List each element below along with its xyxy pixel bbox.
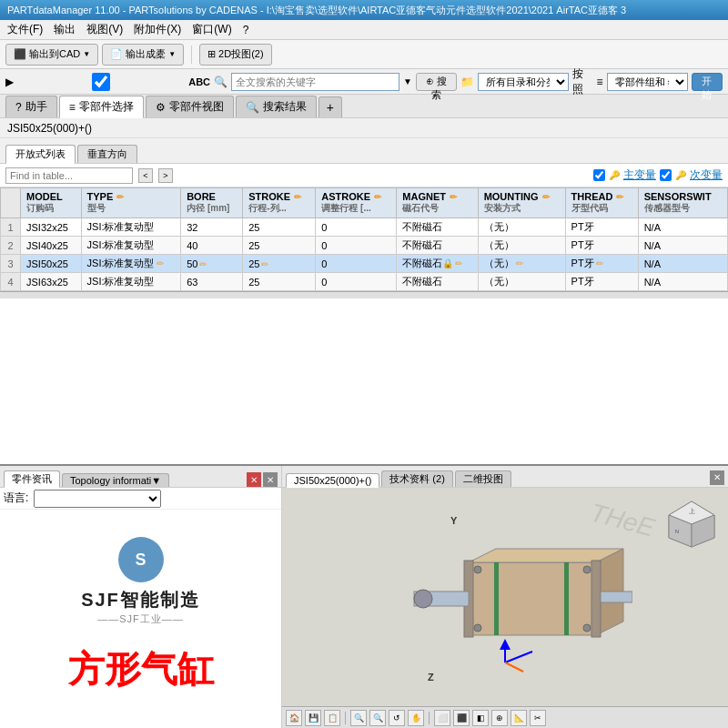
main-tabs: ? 助手 ≡ 零部件选择 ⚙ 零部件视图 🔍 搜索结果 + (0, 95, 728, 118)
view-2d-button[interactable]: ⊞ 2D投图(2) (199, 44, 272, 66)
search-checkbox[interactable] (17, 73, 185, 91)
export-parts-label: 输出成橐 (126, 47, 166, 61)
sub-tab-open-list[interactable]: 开放式列表 (5, 145, 76, 164)
lang-select[interactable] (34, 490, 161, 508)
sort-dropdown[interactable]: 零部件组和♯ (607, 73, 688, 91)
col-sensorswit[interactable]: SENSORSWIT 传感器型号 (638, 188, 727, 218)
svg-rect-4 (592, 561, 601, 637)
table-cell: 25 (243, 273, 316, 291)
menu-view[interactable]: 视图(V) (86, 22, 123, 37)
table-cell: 4 (1, 273, 21, 291)
search-settings-icon[interactable]: 🔍 (214, 76, 228, 88)
export-cad-button[interactable]: ⬛ 输出到CAD ▼ (5, 44, 98, 66)
tab-search-results[interactable]: 🔍 搜索结果 (236, 96, 317, 117)
model-btn-shade[interactable]: ◧ (472, 710, 489, 726)
table-row[interactable]: 1JSI32x25JSI:标准复动型32250不附磁石（无）PT牙N/A (1, 218, 728, 237)
find-input[interactable] (5, 167, 133, 184)
export-cad-label: 输出到CAD (29, 47, 80, 61)
toggle-icon[interactable]: ▶ (5, 76, 14, 88)
search-results-label: 搜索结果 (263, 99, 307, 115)
right-tab-2d[interactable]: 二维投图 (455, 470, 511, 487)
left-panel-pin-button[interactable]: ✕ (263, 472, 278, 487)
left-tab-topology[interactable]: Topology informati▼ (62, 473, 169, 487)
search-input[interactable] (231, 73, 399, 91)
col-bore[interactable]: BORE 内径 [mm] (181, 188, 243, 218)
parts-view-label: 零部件视图 (169, 99, 224, 115)
primary-var-label[interactable]: 主变量 (623, 167, 656, 183)
model-btn-wire[interactable]: ⬜ (434, 710, 450, 726)
lang-label: 语言: (4, 490, 28, 506)
col-stroke[interactable]: STROKE ✏ 行程-列... (243, 188, 316, 218)
tab-add-button[interactable]: + (318, 96, 342, 117)
sub-tab-vertical[interactable]: 垂直方向 (77, 145, 137, 163)
title-bar: PARTdataManager 11.00 - PARTsolutions by… (0, 0, 728, 20)
nav-prev-button[interactable]: < (138, 168, 153, 183)
svg-point-8 (474, 566, 481, 573)
menu-addon[interactable]: 附加件(X) (134, 22, 181, 37)
export-cad-arrow: ▼ (83, 50, 90, 58)
export-parts-button[interactable]: 📄 输出成橐 ▼ (102, 44, 184, 66)
model-btn-zoom-out[interactable]: 🔍 (369, 710, 386, 726)
3d-cube-nav[interactable]: 上 N (664, 497, 719, 551)
model-btn-solid[interactable]: ⬛ (453, 710, 470, 726)
view-2d-icon: ⊞ (207, 48, 216, 60)
axis-z-label: Z (428, 672, 434, 682)
primary-var-checkbox[interactable] (593, 169, 605, 181)
svg-rect-12 (494, 562, 499, 635)
left-panel-close-button[interactable]: ✕ (247, 472, 261, 487)
col-astroke[interactable]: ASTROKE ✏ 调整行程 [... (316, 188, 397, 218)
open-button[interactable]: 开始 (692, 73, 723, 91)
model-btn-pan[interactable]: ✋ (408, 710, 424, 726)
left-tab-parts-info[interactable]: 零件资讯 (4, 470, 60, 488)
right-tab-model[interactable]: JSI50x25(000)+() (286, 473, 379, 488)
parts-select-icon: ≡ (69, 101, 76, 114)
model-btn-home[interactable]: 🏠 (286, 710, 302, 726)
col-type[interactable]: TYPE ✏ 型号 (81, 188, 181, 218)
model-btn-rotate[interactable]: ↺ (389, 710, 405, 726)
menu-window[interactable]: 窗口(W) (192, 22, 231, 37)
nav-next-button[interactable]: > (158, 168, 173, 183)
right-tab-tech[interactable]: 技术资料 (2) (381, 470, 453, 487)
model-btn-zoom-in[interactable]: 🔍 (350, 710, 367, 726)
secondary-var-label[interactable]: 次变量 (690, 167, 723, 183)
toolbar: ⬛ 输出到CAD ▼ 📄 输出成橐 ▼ ⊞ 2D投图(2) (0, 40, 728, 69)
secondary-var-checkbox[interactable] (660, 169, 672, 181)
col-thread[interactable]: THREAD ✏ 牙型代码 (565, 188, 638, 218)
right-panel-content: Y Z THeE (282, 488, 728, 728)
col-mounting[interactable]: MOUNTING ✏ 安装方式 (478, 188, 565, 218)
menu-help[interactable]: ? (243, 24, 249, 36)
product-title: 方形气缸 (68, 644, 214, 694)
tab-parts-view[interactable]: ⚙ 零部件视图 (146, 96, 234, 117)
model-btn-measure[interactable]: 📐 (511, 710, 527, 726)
table-cell: 0 (316, 237, 397, 255)
search-dropdown-arrow[interactable]: ▼ (403, 76, 412, 86)
left-panel: 零件资讯 Topology informati▼ ✕ ✕ 语言: S SJF智能… (0, 466, 282, 728)
col-magnet[interactable]: MAGNET ✏ 磁石代号 (397, 188, 478, 218)
table-cell: JSI63x25 (21, 273, 82, 291)
tab-helper[interactable]: ? 助手 (5, 96, 57, 117)
model-toolbar-sep2 (429, 712, 430, 724)
horizontal-scrollbar[interactable] (0, 291, 728, 298)
tab-parts-select[interactable]: ≡ 零部件选择 (59, 96, 144, 118)
model-btn-copy[interactable]: 📋 (324, 710, 340, 726)
table-cell: 25 (243, 218, 316, 237)
table-cell: JSI50x25 (21, 255, 82, 273)
right-panel: JSI50x25(000)+() 技术资料 (2) 二维投图 ✕ Y Z THe… (282, 466, 728, 728)
search-button[interactable]: ⊕ 搜索 (416, 73, 457, 91)
part-section: JSI50x25(000)+() 开放式列表 垂直方向 < > 🔑 主变量 🔑 … (0, 118, 728, 464)
table-row[interactable]: 3JSI50x25JSI:标准复动型✏50✏25✏0不附磁石🔒✏（无）✏PT牙✏… (1, 255, 728, 273)
model-btn-axes[interactable]: ⊕ (491, 710, 508, 726)
menu-file[interactable]: 文件(F) (7, 22, 43, 37)
catalog-dropdown[interactable]: 所有目录和分类 (478, 73, 569, 91)
export-parts-arrow: ▼ (168, 50, 176, 58)
model-btn-section[interactable]: ✂ (530, 710, 546, 726)
table-row[interactable]: 4JSI63x25JSI:标准复动型63250不附磁石（无）PT牙N/A (1, 273, 728, 291)
table-row[interactable]: 2JSI40x25JSI:标准复动型40250不附磁石（无）PT牙N/A (1, 237, 728, 255)
menu-output[interactable]: 输出 (54, 22, 76, 37)
col-model[interactable]: MODEL 订购码 (21, 188, 82, 218)
table-cell: 25✏ (243, 255, 316, 273)
menu-bar: 文件(F) 输出 视图(V) 附加件(X) 窗口(W) ? (0, 20, 728, 40)
col-num (1, 188, 21, 218)
model-btn-save[interactable]: 💾 (305, 710, 321, 726)
right-panel-close-button[interactable]: ✕ (710, 470, 724, 485)
